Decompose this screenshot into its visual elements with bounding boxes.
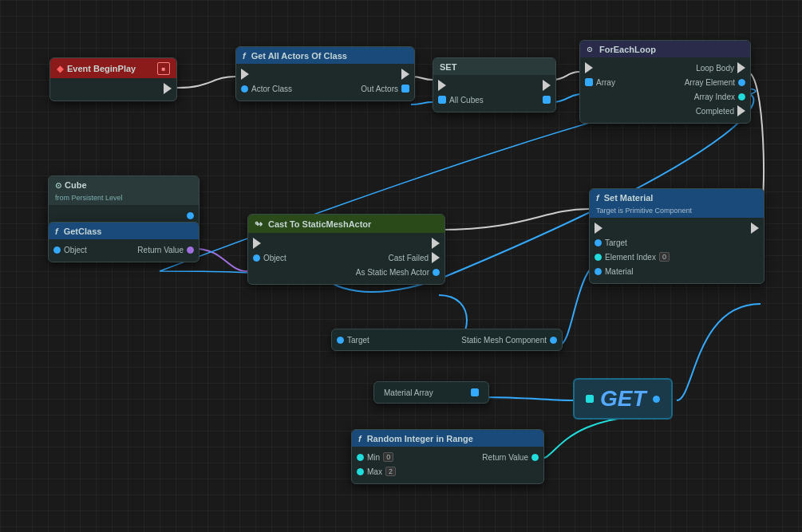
random-max-label: Max bbox=[367, 467, 382, 476]
sm-element-dot bbox=[595, 254, 602, 261]
random-return-label: Return Value bbox=[482, 453, 528, 462]
get-static-mesh-component-node: Target Static Mesh Component bbox=[331, 329, 563, 351]
random-min-label: Min bbox=[367, 453, 380, 462]
cast-to-static-node: ↬ Cast To StaticMeshActor Object Cast Fa… bbox=[247, 214, 445, 285]
static-mesh-target: Target bbox=[332, 336, 374, 345]
actor-class-label: Actor Class bbox=[251, 85, 292, 93]
sm-exec-in bbox=[590, 223, 607, 234]
set-material-subtitle: Target is Primitive Component bbox=[596, 207, 692, 215]
random-min-val: 0 bbox=[383, 452, 393, 462]
getclass-return-pin: Return Value bbox=[132, 246, 199, 254]
cube-title-row: ⊙ Cube bbox=[55, 180, 87, 190]
sm-material-dot bbox=[595, 268, 602, 275]
set-all-cubes-out bbox=[538, 96, 555, 104]
set-all-cubes-in: All Cubes bbox=[433, 96, 488, 104]
out-actors-dot bbox=[401, 85, 409, 93]
cast-exec-out-dot bbox=[432, 238, 440, 249]
getclass-return-dot bbox=[187, 246, 194, 254]
cast-body: Object Cast Failed As Static Mesh Actor bbox=[248, 233, 444, 284]
sm-element-label: Element Index bbox=[605, 253, 656, 262]
set-cubes-node: SET All Cubes bbox=[433, 57, 556, 112]
set-header: SET bbox=[433, 58, 555, 75]
loop-body-pin: Loop Body bbox=[691, 62, 750, 73]
array-element-pin: Array Element bbox=[680, 78, 750, 87]
as-static-label: As Static Mesh Actor bbox=[356, 268, 429, 277]
actor-class-dot bbox=[241, 85, 248, 93]
get-label: GET bbox=[600, 386, 646, 412]
random-min-dot bbox=[357, 454, 364, 461]
foreach-array-row: Array Array Element bbox=[580, 75, 750, 89]
cast-object-pin: Object bbox=[248, 254, 291, 262]
event-begin-play-body bbox=[50, 78, 176, 100]
get-in-dot bbox=[586, 395, 594, 403]
static-target-dot bbox=[337, 337, 344, 344]
array-index-dot bbox=[738, 93, 745, 100]
random-max-row: Max 2 bbox=[352, 464, 543, 479]
static-target-label: Target bbox=[347, 336, 369, 345]
material-array-dot bbox=[471, 388, 479, 396]
cube-out-dot bbox=[187, 212, 194, 219]
foreach-title: ForEachLoop bbox=[599, 45, 656, 54]
array-element-label: Array Element bbox=[685, 78, 735, 87]
getclass-object-label: Object bbox=[64, 246, 87, 254]
completed-pin: Completed bbox=[580, 105, 750, 116]
exec-out-pin bbox=[50, 83, 176, 94]
get-node: GET bbox=[573, 378, 673, 420]
get-all-actors-body: Actor Class Out Actors bbox=[236, 64, 414, 100]
exec-out-dot bbox=[401, 69, 409, 80]
random-return-dot bbox=[531, 454, 539, 461]
actor-class-pin: Actor Class bbox=[236, 85, 297, 93]
static-mesh-component-label: Static Mesh Component bbox=[461, 336, 547, 345]
random-integer-header: f Random Integer in Range bbox=[352, 430, 543, 447]
set-material-body: Target Element Index 0 Material bbox=[590, 218, 764, 283]
cast-object-row: Object Cast Failed bbox=[248, 250, 444, 265]
set-exec-row bbox=[433, 78, 555, 93]
array-element-dot bbox=[738, 79, 745, 86]
set-exec-in bbox=[433, 80, 451, 91]
exec-out-row bbox=[50, 81, 176, 96]
random-min-pin: Min 0 bbox=[352, 452, 398, 462]
cube-reference-node: ⊙ Cube from Persistent Level bbox=[48, 175, 200, 228]
random-max-dot bbox=[357, 468, 364, 475]
random-integer-body: Min 0 Return Value Max 2 bbox=[352, 447, 543, 483]
cast-exec-row bbox=[248, 236, 444, 250]
static-mesh-out-dot bbox=[550, 337, 557, 344]
foreach-array-label: Array bbox=[596, 78, 615, 87]
material-array-node: Material Array bbox=[373, 381, 489, 404]
static-mesh-row: Target Static Mesh Component bbox=[332, 333, 562, 347]
exec-out bbox=[397, 69, 414, 80]
loop-body-label: Loop Body bbox=[696, 64, 734, 73]
set-body: All Cubes bbox=[433, 75, 555, 112]
set-material-title: Set Material bbox=[604, 193, 654, 203]
set-var-row: All Cubes bbox=[433, 93, 555, 107]
cube-out-pin bbox=[49, 212, 199, 219]
sm-exec-out-dot bbox=[751, 223, 759, 234]
material-array-row: Material Array bbox=[379, 385, 484, 400]
sm-target-pin: Target bbox=[590, 238, 632, 247]
array-index-pin: Array Index bbox=[580, 93, 750, 101]
actor-class-row: Actor Class Out Actors bbox=[236, 81, 414, 96]
event-begin-play-title: Event BeginPlay bbox=[67, 64, 136, 73]
get-class-header: f GetClass bbox=[49, 223, 199, 239]
foreach-array-dot bbox=[585, 78, 593, 86]
sm-material-row: Material bbox=[590, 264, 764, 278]
sm-element-row: Element Index 0 bbox=[590, 250, 764, 264]
random-min-row: Min 0 Return Value bbox=[352, 450, 543, 464]
getclass-return-label: Return Value bbox=[137, 246, 184, 254]
random-integer-title: Random Integer in Range bbox=[367, 434, 473, 443]
sm-exec-row bbox=[590, 221, 764, 235]
sm-target-row: Target bbox=[590, 235, 764, 250]
sm-exec-in-dot bbox=[595, 223, 602, 234]
sm-target-label: Target bbox=[605, 238, 627, 247]
getclass-pins-row: Object Return Value bbox=[49, 242, 199, 257]
random-max-pin: Max 2 bbox=[352, 467, 401, 476]
random-max-val: 2 bbox=[385, 467, 396, 476]
foreach-body: Array Loop Body Array Array Element Arra… bbox=[580, 57, 750, 123]
set-cubes-in-dot bbox=[438, 96, 446, 104]
static-mesh-body: Target Static Mesh Component bbox=[332, 329, 562, 350]
loop-body-dot bbox=[737, 62, 745, 73]
sm-exec-out bbox=[746, 223, 764, 234]
cube-subtitle: from Persistent Level bbox=[55, 194, 123, 202]
exec-row bbox=[236, 67, 414, 81]
static-mesh-component-out: Static Mesh Component bbox=[456, 336, 562, 345]
